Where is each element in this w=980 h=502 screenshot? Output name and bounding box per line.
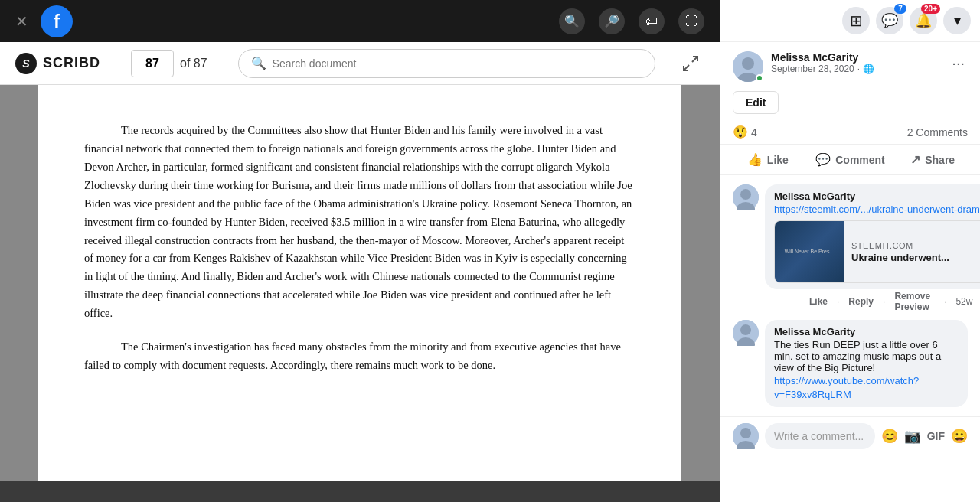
sticker-icon[interactable]: 😀 bbox=[951, 428, 968, 445]
post-username[interactable]: Melissa McGarity bbox=[771, 51, 941, 64]
share-icon: ↗ bbox=[910, 152, 920, 167]
online-indicator bbox=[756, 74, 763, 82]
scribd-logo: S SCRIBD bbox=[15, 53, 100, 74]
separator-dot-2: · bbox=[883, 296, 885, 307]
link-source: STEEMIT.COM bbox=[851, 241, 980, 250]
fb-nav-grid-button[interactable]: ⊞ bbox=[842, 7, 870, 34]
bell-icon: 🔔 bbox=[915, 12, 932, 29]
comment-2: Melissa McGarity The ties Run DEEP just … bbox=[720, 317, 980, 410]
fb-action-buttons: 👍 Like 💬 Comment ↗ Share bbox=[720, 145, 980, 175]
fb-top-bar-icons: 🔍 🔍 🏷 ⛶ bbox=[559, 8, 704, 34]
comment-1: Melissa McGarity https://steemit.com/...… bbox=[720, 181, 980, 317]
scribd-logo-icon: S bbox=[15, 53, 37, 74]
expand-button[interactable] bbox=[677, 50, 704, 77]
emoji-icon[interactable]: 😊 bbox=[881, 428, 898, 445]
document-paragraph-1: The records acquired by the Committees a… bbox=[84, 122, 635, 323]
comment-2-text: The ties Run DEEP just a little over 6 m… bbox=[774, 339, 959, 373]
chevron-down-icon: ▾ bbox=[954, 12, 961, 29]
like-label: Like bbox=[767, 154, 789, 166]
link-thumb-text: Will Never Be Pres... bbox=[785, 248, 835, 255]
comment-1-time: 52w bbox=[956, 296, 972, 307]
scribd-bottom-bar bbox=[0, 481, 720, 502]
avatar-wrapper bbox=[733, 51, 763, 82]
messenger-badge: 7 bbox=[894, 4, 906, 14]
scribd-page-nav: of 87 bbox=[131, 50, 207, 77]
svg-point-12 bbox=[740, 428, 751, 438]
link-preview-card[interactable]: Will Never Be Pres... STEEMIT.COM Ukrain… bbox=[774, 220, 980, 283]
svg-line-0 bbox=[692, 57, 697, 62]
scribd-doc-area: The records acquired by the Committees a… bbox=[0, 85, 720, 481]
fb-comments-section: Melissa McGarity https://steemit.com/...… bbox=[720, 175, 980, 416]
notifications-badge: 20+ bbox=[921, 4, 940, 14]
comment-1-bubble: Melissa McGarity https://steemit.com/...… bbox=[765, 184, 980, 289]
zoom-in-button[interactable]: 🔍 bbox=[559, 8, 585, 34]
comment-1-link[interactable]: https://steemit.com/.../ukraine-underwen… bbox=[774, 204, 980, 215]
fb-sidebar-topbar: ⊞ 💬 7 🔔 20+ ▾ bbox=[720, 0, 980, 42]
search-icon: 🔍 bbox=[251, 56, 266, 70]
comment-1-content: Melissa McGarity https://steemit.com/...… bbox=[765, 184, 980, 314]
thumbs-up-icon: 👍 bbox=[747, 152, 763, 167]
zoom-in-icon: 🔍 bbox=[564, 14, 580, 28]
link-thumbnail: Will Never Be Pres... bbox=[775, 221, 844, 282]
more-options-button[interactable]: ··· bbox=[949, 51, 968, 75]
comment-input-placeholder: Write a comment... bbox=[774, 430, 864, 442]
camera-icon[interactable]: 📷 bbox=[904, 428, 921, 445]
comment-icon: 💬 bbox=[815, 152, 831, 167]
current-user-avatar bbox=[733, 423, 759, 449]
tag-button[interactable]: 🏷 bbox=[639, 8, 665, 34]
wow-reaction-emoji: 😲 bbox=[733, 125, 748, 139]
fb-user-info: Melissa McGarity September 28, 2020 · 🌐 bbox=[771, 51, 941, 74]
fb-post-area: Melissa McGarity September 28, 2020 · 🌐 … bbox=[720, 42, 980, 502]
comment-button[interactable]: 💬 Comment bbox=[809, 146, 892, 173]
gif-icon[interactable]: GIF bbox=[927, 430, 945, 442]
scribd-panel: ✕ f 🔍 🔍 🏷 ⛶ S SCRIBD of 87 bbox=[0, 0, 720, 502]
svg-point-3 bbox=[742, 57, 754, 70]
reactions-left: 😲 4 bbox=[733, 125, 757, 139]
globe-icon: 🌐 bbox=[863, 64, 874, 74]
post-meta: September 28, 2020 · 🌐 bbox=[771, 64, 941, 74]
messenger-icon: 💬 bbox=[881, 12, 898, 29]
comment-1-like[interactable]: Like bbox=[809, 296, 828, 307]
comment-1-remove-preview[interactable]: Remove Preview bbox=[894, 291, 935, 312]
fb-notifications-button[interactable]: 🔔 20+ bbox=[910, 7, 937, 34]
fb-top-bar: ✕ f 🔍 🔍 🏷 ⛶ bbox=[0, 0, 720, 42]
edit-button[interactable]: Edit bbox=[733, 91, 779, 114]
svg-point-6 bbox=[740, 189, 751, 200]
comment-1-reply[interactable]: Reply bbox=[848, 296, 874, 307]
fb-messenger-button[interactable]: 💬 7 bbox=[876, 7, 903, 34]
scribd-toolbar: S SCRIBD of 87 🔍 bbox=[0, 42, 720, 85]
commenter-2-avatar bbox=[733, 320, 759, 346]
comments-count[interactable]: 2 Comments bbox=[907, 126, 968, 139]
comment-1-actions: Like · Reply · Remove Preview · 52w 👍 1 bbox=[765, 289, 980, 314]
commenter-1-name[interactable]: Melissa McGarity bbox=[774, 191, 980, 202]
fb-comment-input-area: Write a comment... 😊 📷 GIF 😀 bbox=[720, 416, 980, 455]
fullscreen-button[interactable]: ⛶ bbox=[678, 8, 704, 34]
comment-input[interactable]: Write a comment... bbox=[765, 423, 875, 449]
share-label: Share bbox=[925, 154, 955, 166]
share-button[interactable]: ↗ Share bbox=[891, 146, 974, 173]
scribd-logo-text: SCRIBD bbox=[43, 55, 100, 71]
post-privacy-separator: · bbox=[858, 64, 860, 74]
zoom-out-icon: 🔍 bbox=[604, 14, 619, 28]
comment-2-bubble: Melissa McGarity The ties Run DEEP just … bbox=[765, 320, 968, 407]
comment-input-icons: 😊 📷 GIF 😀 bbox=[881, 428, 968, 445]
comment-2-link[interactable]: https://www.youtube.com/watch?v=F39xv8Rq… bbox=[774, 375, 919, 400]
link-thumb-bg: Will Never Be Pres... bbox=[775, 221, 844, 282]
fb-sidebar: ⊞ 💬 7 🔔 20+ ▾ bbox=[720, 0, 980, 502]
comment-label: Comment bbox=[835, 154, 885, 166]
facebook-logo: f bbox=[41, 5, 73, 37]
like-button[interactable]: 👍 Like bbox=[727, 146, 809, 173]
reactions-bar: 😲 4 2 Comments bbox=[720, 120, 980, 145]
scribd-doc-page: The records acquired by the Committees a… bbox=[38, 85, 681, 481]
page-number-input[interactable] bbox=[131, 50, 174, 77]
zoom-out-button[interactable]: 🔍 bbox=[599, 8, 625, 34]
document-paragraph-2: The Chairmen's investigation has faced m… bbox=[84, 338, 635, 375]
search-input[interactable] bbox=[273, 57, 642, 70]
commenter-2-name[interactable]: Melissa McGarity bbox=[774, 326, 959, 337]
separator-dot-1: · bbox=[837, 296, 839, 307]
reaction-count: 4 bbox=[751, 126, 757, 139]
link-title: Ukraine underwent... bbox=[851, 252, 980, 263]
fb-account-button[interactable]: ▾ bbox=[943, 7, 971, 34]
scribd-search-box[interactable]: 🔍 bbox=[238, 49, 655, 78]
close-button[interactable]: ✕ bbox=[15, 12, 28, 31]
